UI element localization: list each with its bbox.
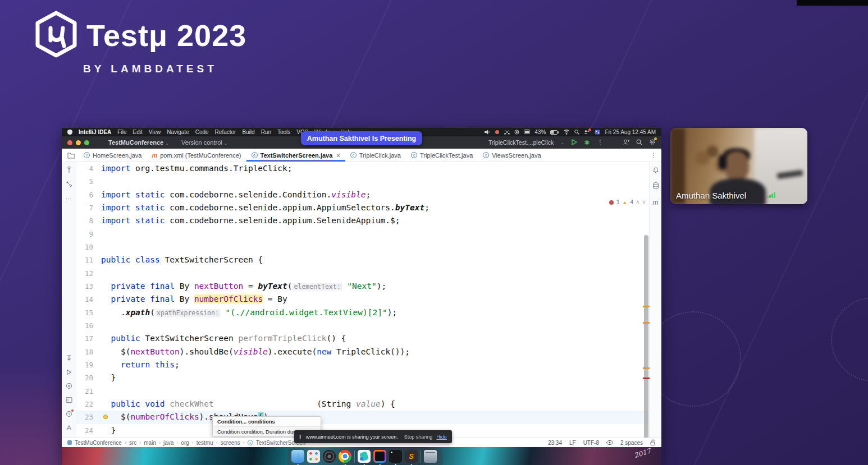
parameter-info-option[interactable]: Condition... conditions	[213, 417, 321, 426]
prev-problem-button[interactable]: ˄	[636, 199, 639, 205]
code-text	[93, 241, 101, 254]
commit-tool-icon[interactable]	[65, 165, 73, 173]
terminal-dock-icon[interactable]	[389, 450, 402, 463]
services-tool-icon[interactable]	[65, 424, 73, 432]
more-actions-button[interactable]: ⋮	[597, 139, 604, 146]
line-number: 13	[76, 280, 93, 293]
editor-tab[interactable]: cHomeScreen.java	[79, 149, 147, 162]
finder-dock-icon[interactable]	[291, 450, 304, 463]
trash-dock-icon[interactable]	[424, 450, 437, 463]
next-problem-button[interactable]: ˅	[642, 199, 646, 205]
zoom-window-button[interactable]	[84, 140, 89, 145]
menubar-menu-navigate[interactable]: Navigate	[167, 129, 189, 135]
intellij-dock-icon[interactable]	[373, 450, 386, 463]
close-window-button[interactable]	[67, 140, 72, 145]
intention-bulb-icon[interactable]	[103, 415, 108, 419]
line-number: 15	[76, 306, 93, 319]
code-with-me-button[interactable]	[623, 139, 629, 146]
volume-icon[interactable]	[485, 130, 490, 135]
pause-share-icon[interactable]: ‖	[299, 434, 302, 440]
breadcrumb-item[interactable]: testmu	[197, 440, 213, 446]
breadcrumb-item[interactable]: screens	[221, 440, 240, 446]
left-tool-window-bar: ⋯	[62, 162, 76, 438]
structure-tool-icon[interactable]	[65, 180, 73, 188]
profiler-tool-icon[interactable]	[65, 410, 73, 418]
editor-tab[interactable]: cTripleClick.java	[345, 149, 406, 162]
reader-mode-icon[interactable]	[606, 440, 613, 446]
record-icon[interactable]	[514, 130, 519, 135]
lock-open-icon[interactable]	[650, 439, 656, 446]
scissors-icon[interactable]	[504, 130, 510, 135]
editor-tab[interactable]: cTripleClickTest.java	[406, 149, 478, 162]
apple-logo-icon[interactable]	[67, 130, 72, 135]
line-number: 16	[76, 319, 93, 332]
sublime-dock-icon[interactable]: S	[405, 450, 418, 463]
database-icon[interactable]	[652, 182, 659, 191]
file-encoding[interactable]: UTF-8	[583, 440, 599, 446]
menubar-menu-code[interactable]: Code	[195, 129, 209, 135]
run-configuration-selector[interactable]: TripleClickTest....pleClick	[488, 139, 554, 146]
close-tab-icon[interactable]: ×	[336, 152, 340, 159]
editor-scrollbar-thumb[interactable]	[644, 235, 648, 438]
menubar-menu-tools[interactable]: Tools	[277, 129, 290, 135]
disc-dock-icon[interactable]	[323, 450, 336, 463]
search-everywhere-button[interactable]	[636, 139, 642, 146]
project-selector[interactable]: TestMuConference ⌄	[108, 139, 169, 146]
run-tool-icon[interactable]	[65, 368, 73, 376]
control-center-icon[interactable]	[595, 130, 600, 135]
tab-options-button[interactable]: ⋮	[650, 151, 657, 159]
maven-icon[interactable]: m	[653, 199, 659, 206]
vcs-widget[interactable]: Version control ⌄	[181, 139, 228, 146]
launchpad-dock-icon[interactable]	[307, 450, 320, 463]
line-separator[interactable]: LF	[569, 440, 576, 446]
breadcrumb-item[interactable]: org	[181, 440, 189, 446]
breadcrumb-item[interactable]: src	[129, 440, 136, 446]
menubar-menu-file[interactable]: File	[117, 129, 126, 135]
indent-setting[interactable]: 2 spaces	[620, 440, 643, 446]
breadcrumb-item[interactable]: java	[163, 440, 173, 446]
minimize-window-button[interactable]	[76, 140, 81, 145]
terminal-tool-icon[interactable]	[65, 396, 73, 404]
chrome-dock-icon[interactable]	[339, 450, 351, 463]
participant-video-tile[interactable]: Amuthan Sakthivel	[670, 128, 807, 204]
warning-stripe-mark[interactable]	[643, 306, 650, 307]
breadcrumb-separator: ›	[192, 440, 194, 445]
debug-button[interactable]	[584, 139, 590, 146]
breadcrumb-item[interactable]: main	[144, 440, 156, 446]
debug-tool-icon[interactable]	[65, 382, 73, 390]
warning-stripe-mark[interactable]	[643, 322, 650, 324]
caret-position[interactable]: 23:34	[548, 440, 562, 446]
spotlight-search-icon[interactable]	[574, 130, 579, 135]
menubar-menu-build[interactable]: Build	[242, 129, 254, 135]
menubar-app-name[interactable]: IntelliJ IDEA	[79, 129, 111, 135]
code-line: 12	[76, 267, 649, 280]
screen-record-icon[interactable]	[495, 130, 500, 135]
user-switch-icon[interactable]	[584, 130, 590, 135]
device-dock-icon[interactable]	[358, 450, 371, 463]
warning-stripe-mark[interactable]	[643, 367, 650, 369]
stop-sharing-button[interactable]: Stop sharing	[404, 434, 433, 440]
menubar-menu-view[interactable]: View	[149, 129, 161, 135]
settings-gear-button[interactable]	[649, 139, 656, 146]
code-editor[interactable]: 4import org.testmu.commands.TripleClick;…	[76, 162, 649, 438]
hide-toast-button[interactable]: Hide	[436, 434, 447, 440]
window-controls[interactable]	[67, 140, 89, 145]
display-icon[interactable]	[524, 130, 530, 135]
run-button[interactable]	[571, 139, 577, 146]
menubar-menu-refactor[interactable]: Refactor	[215, 129, 236, 135]
breadcrumb-item[interactable]: TestMuConference	[75, 440, 122, 446]
menubar-menu-run[interactable]: Run	[261, 129, 271, 135]
more-tool-windows-icon[interactable]: ⋯	[65, 195, 73, 202]
editor-tab[interactable]: mpom.xml (TestMuConference)	[147, 149, 246, 162]
breadcrumb-separator: ›	[139, 440, 141, 445]
editor-tab[interactable]: cViewsScreen.java	[478, 149, 546, 162]
project-folder-icon[interactable]	[64, 149, 79, 162]
inspections-widget[interactable]: 1 ▲ 4 ˄ ˅	[609, 199, 646, 205]
menubar-clock[interactable]: Fri 25 Aug 12:45 AM	[605, 129, 656, 135]
vcs-update-icon[interactable]	[65, 354, 73, 362]
editor-tab[interactable]: cTextSwitcherScreen.java×	[246, 149, 345, 162]
notifications-icon[interactable]	[652, 167, 659, 174]
error-stripe-mark[interactable]	[643, 377, 650, 379]
menubar-menu-edit[interactable]: Edit	[133, 129, 142, 135]
wifi-icon[interactable]	[563, 130, 570, 135]
